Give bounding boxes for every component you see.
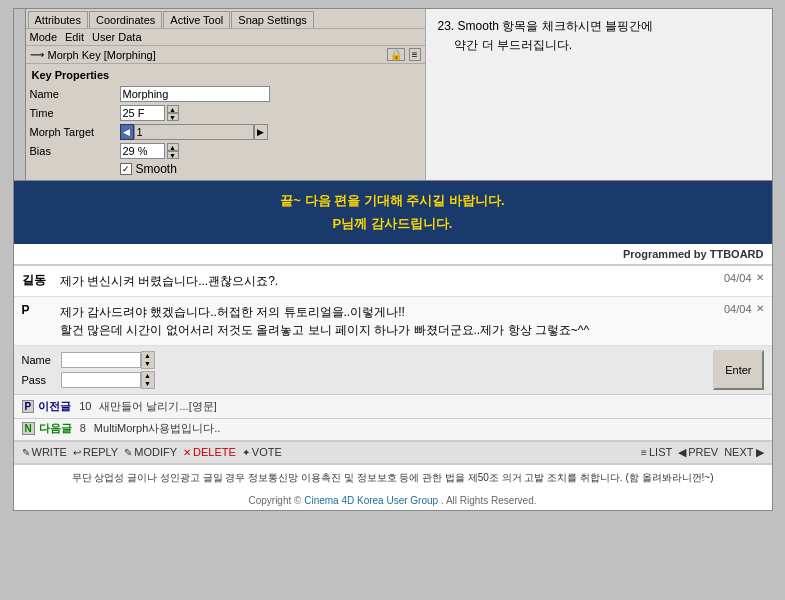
comment-row: 길동 제가 변신시켜 버렸습니다...괜찮으시죠?. 04/04 ✕ [14,266,772,297]
bias-input[interactable] [120,143,165,159]
enter-button[interactable]: Enter [713,350,763,390]
explanation-text: Smooth 항목을 체크하시면 블핑간에 약간 더 부드러집니다. [438,19,653,52]
copyright-link[interactable]: Cinema 4D Korea User Group [304,495,438,506]
action-bar: ✎ WRITE ↩ REPLY ✎ MODIFY ✕ DELETE ✦ VOTE [14,441,772,464]
write-label: WRITE [32,446,67,458]
nav-icon-prev: P 이전글 10 새만들어 날리기...[영문] [22,399,217,414]
prev-icon: P [22,400,35,413]
comment-close-2[interactable]: ✕ [756,303,764,314]
morph-target-value: 1 [137,126,143,138]
prev-btn[interactable]: ◀ PREV [678,446,718,459]
nav-icon-next: N 다음글 8 MultiMorph사용법입니다.. [22,421,221,436]
reply-icon: ↩ [73,447,81,458]
prev-text[interactable]: 새만들어 날리기...[영문] [99,399,216,414]
name-spinner-up[interactable]: ▲ [142,352,154,360]
next-number: 8 [80,422,86,434]
delete-btn[interactable]: ✕ DELETE [183,446,236,458]
form-section: Name ▲ ▼ Pass ▲ ▼ [14,346,772,395]
menu-edit[interactable]: Edit [65,31,84,43]
time-spin-down[interactable]: ▼ [167,113,179,121]
tab-active-tool[interactable]: Active Tool [163,11,230,28]
bias-spin-up[interactable]: ▲ [167,143,179,151]
reply-label: REPLY [83,446,118,458]
modify-btn[interactable]: ✎ MODIFY [124,446,177,458]
programmed-name: TTBOARD [710,248,764,260]
next-arrow-icon: ▶ [756,446,764,459]
next-btn[interactable]: NEXT ▶ [724,446,763,459]
morph-target-slider[interactable]: 1 [134,124,254,140]
menu-user-data[interactable]: User Data [92,31,142,43]
write-btn[interactable]: ✎ WRITE [22,446,67,458]
comment-author-2: P [22,303,52,317]
programmed-label: Programmed by [623,248,707,260]
time-input[interactable] [120,105,165,121]
lock-icon[interactable]: 🔒 [387,48,405,61]
comment-text-2: 제가 감사드려야 했겠습니다..허접한 저의 튜토리얼을..이렇게나!! 할건 … [60,303,716,339]
bias-spin-down[interactable]: ▼ [167,151,179,159]
name-form-input[interactable] [61,352,141,368]
morph-target-label: Morph Target [30,126,120,138]
pass-form-input[interactable] [61,372,141,388]
name-input[interactable] [120,86,270,102]
time-label: Time [30,107,120,119]
comment-close-1[interactable]: ✕ [756,272,764,283]
morph-icon: ⟿ [30,49,44,60]
footer-warning: 무단 상업성 글이나 성인광고 글일 경우 정보통신망 이용촉진 및 정보보호 … [14,464,772,491]
window-title: Morph Key [Morphing] [48,49,156,61]
prev-label: 이전글 [38,399,71,414]
tab-snap-settings[interactable]: Snap Settings [231,11,314,28]
name-form-label: Name [22,354,57,366]
prev-btn-label: PREV [688,446,718,458]
banner-line2: P님께 감사드립니다. [14,212,772,235]
window-menu-icon[interactable]: ≡ [409,48,421,61]
banner-line1: 끝~ 다음 편을 기대해 주시길 바랍니다. [14,189,772,212]
write-icon: ✎ [22,447,30,458]
pass-form-label: Pass [22,374,57,386]
banner: 끝~ 다음 편을 기대해 주시길 바랍니다. P님께 감사드립니다. [14,181,772,244]
name-spinner-down[interactable]: ▼ [142,360,154,368]
morph-target-right-arrow[interactable]: ▶ [254,124,268,140]
modify-label: MODIFY [134,446,177,458]
time-spin-up[interactable]: ▲ [167,105,179,113]
comment-date-1: 04/04 [724,272,752,284]
smooth-checkbox[interactable]: ✓ [120,163,132,175]
comment-text-1: 제가 변신시켜 버렸습니다...괜찮으시죠?. [60,272,716,290]
list-label: LIST [649,446,672,458]
tab-coordinates[interactable]: Coordinates [89,11,162,28]
key-properties-title: Key Properties [30,68,421,82]
vote-icon: ✦ [242,447,250,458]
delete-label: DELETE [193,446,236,458]
tab-attributes[interactable]: Attributes [28,11,88,28]
nav-links-next: N 다음글 8 MultiMorph사용법입니다.. [14,419,772,441]
name-label: Name [30,88,120,100]
prev-arrow-icon: ◀ [678,446,686,459]
comment-row-2: P 제가 감사드려야 했겠습니다..허접한 저의 튜토리얼을..이렇게나!! 할… [14,297,772,346]
bias-label: Bias [30,145,120,157]
programmed-bar: Programmed by TTBOARD [14,244,772,265]
next-label: 다음글 [39,421,72,436]
copyright-text: Copyright © [248,495,301,506]
vote-label: VOTE [252,446,282,458]
next-btn-label: NEXT [724,446,753,458]
nav-links: P 이전글 10 새만들어 날리기...[영문] [14,395,772,419]
comment-date-2: 04/04 [724,303,752,315]
list-btn[interactable]: ≡ LIST [641,446,672,459]
smooth-label: Smooth [136,162,177,176]
prev-number: 10 [79,400,91,412]
next-icon: N [22,422,35,435]
delete-icon: ✕ [183,447,191,458]
morph-target-left-arrow[interactable]: ◀ [120,124,134,140]
modify-icon: ✎ [124,447,132,458]
explanation-number: 23. [438,19,455,33]
pass-spinner-up[interactable]: ▲ [142,372,154,380]
menu-mode[interactable]: Mode [30,31,58,43]
pass-spinner-down[interactable]: ▼ [142,380,154,388]
vote-btn[interactable]: ✦ VOTE [242,446,282,458]
copyright-suffix: . All Rights Reserved. [441,495,537,506]
comment-author-1: 길동 [22,272,52,289]
reply-btn[interactable]: ↩ REPLY [73,446,118,458]
next-text[interactable]: MultiMorph사용법입니다.. [94,421,221,436]
list-icon: ≡ [641,447,647,458]
footer-copyright: Copyright © Cinema 4D Korea User Group .… [14,491,772,510]
